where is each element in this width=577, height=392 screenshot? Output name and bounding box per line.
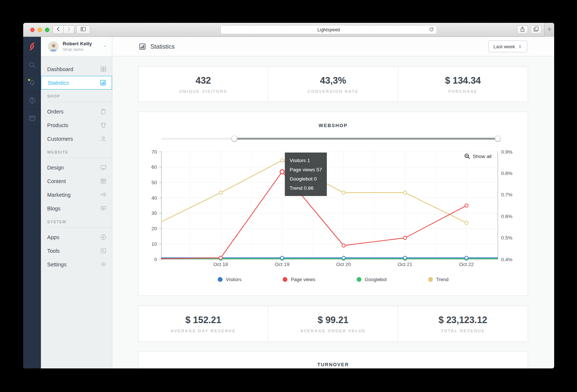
legend-item-googlebot[interactable]: Googlebot	[357, 277, 387, 282]
stat-value: $ 134.34	[445, 75, 481, 86]
svg-text:40: 40	[151, 195, 157, 201]
data-point[interactable]	[465, 221, 468, 224]
svg-text:Oct 18: Oct 18	[213, 262, 228, 267]
sidebar-section-system: SYSTEM	[47, 220, 112, 228]
tab-overview-icon	[533, 26, 539, 34]
legend-label: Googlebot	[365, 277, 387, 282]
url-field[interactable]: Lightspeed	[220, 25, 437, 34]
period-select[interactable]: Last week	[488, 41, 527, 52]
chart-range-slider[interactable]	[161, 136, 498, 141]
sidebar-item-tools[interactable]: Tools	[41, 244, 112, 258]
legend-item-visitors[interactable]: Visitors	[218, 277, 241, 282]
data-point[interactable]	[280, 170, 284, 174]
svg-text:60: 60	[151, 164, 157, 170]
global-search-icon[interactable]	[23, 56, 41, 74]
sidebar-item-customers[interactable]: Customers	[41, 132, 112, 146]
turnover-card: TURNOVER	[138, 351, 528, 368]
marketing-icon	[100, 192, 106, 198]
reload-icon[interactable]	[429, 27, 434, 34]
sidebar-item-label: Apps	[47, 234, 100, 240]
content-icon	[100, 178, 106, 184]
tab-overview-button[interactable]	[531, 25, 542, 34]
sidebar-item-label: Dashboard	[47, 66, 100, 72]
forward-button[interactable]	[63, 25, 74, 34]
svg-text:0: 0	[154, 257, 157, 262]
tooltip-line: Page views 57	[290, 165, 322, 174]
sidebar-toggle-button[interactable]	[76, 25, 90, 34]
blogs-icon	[100, 205, 106, 211]
sidebar-item-products[interactable]: Products	[41, 118, 112, 132]
data-point[interactable]	[280, 159, 284, 162]
data-point[interactable]	[403, 236, 407, 239]
sidebar: Robert Kelly Shop name DashboardStatisti…	[41, 37, 112, 368]
sidebar-item-marketing[interactable]: Marketing	[41, 188, 112, 202]
sidebar-item-statistics[interactable]: Statistics	[41, 76, 112, 90]
nav-buttons	[53, 25, 74, 34]
svg-text:0.4%: 0.4%	[501, 257, 513, 262]
minimize-window-button[interactable]	[38, 28, 42, 32]
orders-icon	[100, 108, 106, 115]
stat-value: $ 152.21	[185, 315, 221, 325]
sidebar-item-design[interactable]: Design	[41, 161, 112, 174]
zoom-window-button[interactable]	[45, 28, 49, 32]
chart-gridlines	[161, 152, 498, 259]
sidebar-item-content[interactable]: Content	[41, 174, 112, 188]
data-point[interactable]	[465, 204, 468, 207]
sidebar-item-dashboard[interactable]: Dashboard	[41, 62, 112, 76]
data-point[interactable]	[342, 191, 345, 195]
tooltip-line: Trend 0.86	[290, 183, 322, 193]
sidebar-item-orders[interactable]: Orders	[41, 105, 112, 118]
sidebar-item-settings[interactable]: Settings	[41, 258, 112, 271]
stat-cell: 432UNIQUE VISITORS	[139, 67, 268, 102]
sidebar-item-apps[interactable]: Apps	[41, 230, 112, 244]
slider-handle-left[interactable]	[231, 136, 237, 141]
data-point[interactable]	[342, 256, 345, 259]
help-icon[interactable]	[23, 92, 41, 109]
main-panel: Statistics Last week 432UNIQUE VISITORS4…	[112, 37, 554, 368]
slider-handle-right[interactable]	[495, 136, 501, 141]
data-point[interactable]	[403, 191, 407, 195]
stat-label: CONVERSION RATE	[307, 89, 359, 94]
storefront-icon[interactable]	[23, 109, 41, 127]
svg-text:0.8%: 0.8%	[501, 171, 513, 176]
show-all-button[interactable]: Show all	[464, 153, 492, 159]
user-profile[interactable]: Robert Kelly Shop name	[41, 37, 112, 56]
webshop-line-chart[interactable]: 0102030405060700.4%0.5%0.6%0.7%0.8%0.9%O…	[139, 149, 528, 274]
svg-text:0.6%: 0.6%	[501, 214, 513, 219]
stat-label: TOTAL REVENUE	[441, 329, 485, 333]
notifications-icon[interactable]	[23, 74, 41, 92]
legend-label: Trend	[436, 277, 448, 282]
sidebar-item-label: Marketing	[47, 192, 100, 198]
new-tab-button[interactable]	[544, 23, 554, 37]
sidebar-item-blogs[interactable]: Blogs	[41, 202, 112, 215]
svg-text:Oct 19: Oct 19	[275, 262, 290, 267]
plus-icon	[546, 26, 552, 34]
svg-text:50: 50	[151, 180, 157, 185]
legend-item-trend[interactable]: Trend	[428, 277, 448, 282]
stats-summary-bottom: $ 152.21AVERAGE DAY REVENUE$ 99.21AVERAG…	[138, 306, 528, 342]
data-point[interactable]	[280, 256, 284, 259]
select-arrows-icon	[518, 45, 522, 49]
zoom-out-icon	[464, 153, 470, 159]
share-icon	[520, 26, 525, 34]
content-area: 432UNIQUE VISITORS43,3%CONVERSION RATE$ …	[112, 56, 554, 368]
data-point[interactable]	[342, 244, 345, 247]
back-icon	[55, 26, 61, 34]
data-point[interactable]	[219, 191, 223, 195]
sidebar-item-label: Settings	[47, 262, 100, 267]
data-point[interactable]	[219, 256, 223, 259]
stat-label: PURCHASE	[448, 89, 478, 94]
slider-selected-range[interactable]	[234, 138, 498, 140]
legend-item-page-views[interactable]: Page views	[283, 277, 315, 282]
stat-cell: 43,3%CONVERSION RATE	[268, 67, 398, 102]
sidebar-toggle-icon	[80, 26, 86, 34]
data-point[interactable]	[465, 256, 468, 259]
chart-plot-area[interactable]: 0102030405060700.4%0.5%0.6%0.7%0.8%0.9%O…	[139, 149, 528, 274]
share-button[interactable]	[517, 25, 528, 34]
data-point[interactable]	[403, 256, 407, 259]
dashboard-icon	[100, 66, 106, 72]
chevron-down-icon[interactable]	[103, 43, 107, 50]
close-window-button[interactable]	[30, 28, 35, 32]
back-button[interactable]	[53, 25, 64, 34]
page-title: Statistics	[150, 43, 488, 50]
